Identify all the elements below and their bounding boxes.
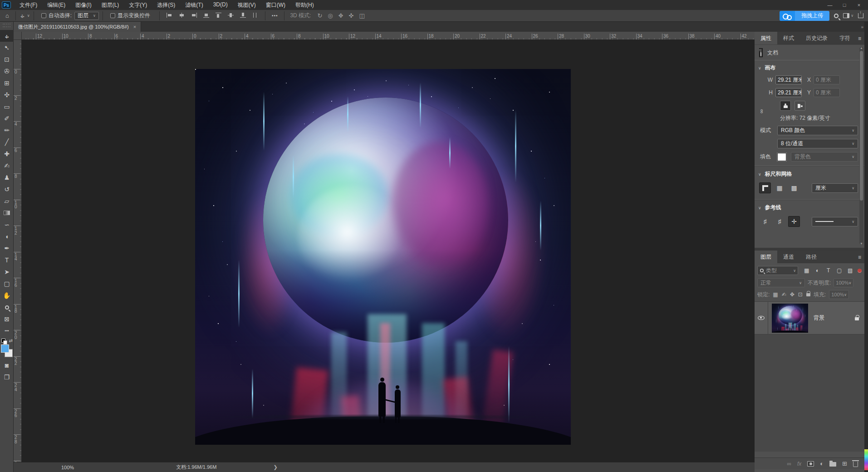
smudge-tool[interactable]: ∽ [0,219,14,231]
toggle-grid-button[interactable]: ▦ [774,182,785,193]
filter-pixel-layers-icon[interactable]: ▦ [802,266,811,275]
foreground-color-swatch[interactable] [1,344,9,353]
distribute-v-icon[interactable] [252,13,258,18]
portrait-orientation-button[interactable] [780,101,791,111]
menu-item-dd[interactable]: 3D(D) [208,0,233,10]
tab-路径[interactable]: 路径 [800,251,823,263]
align-bottom-icon[interactable] [240,13,246,18]
frame-tool[interactable]: ⊞ [0,77,14,89]
pasteboard[interactable] [22,40,755,462]
filter-shape-layers-icon[interactable]: ▢ [835,266,843,275]
tab-历史记录[interactable]: 历史记录 [800,32,834,44]
align-center-v-icon[interactable] [228,13,234,18]
status-options-chevron[interactable]: ❯ [273,464,277,470]
filter-type-layers-icon[interactable]: T [824,266,833,275]
menu-item-h[interactable]: 帮助(H) [290,0,319,10]
crop-tool[interactable]: ⊡ [0,54,14,65]
distribute-h-icon[interactable] [203,13,209,18]
add-mask-icon[interactable] [807,461,814,467]
align-left-icon[interactable] [167,13,172,18]
toggle-guides-button[interactable]: ♯ [759,216,771,227]
layer-name[interactable]: 背景 [814,314,824,322]
lock-all-icon[interactable] [806,291,810,298]
default-colors-icon[interactable] [1,339,5,343]
history-brush-tool[interactable]: ↺ [0,183,14,195]
toggle-transparency-button[interactable]: ▩ [788,182,800,193]
layer-filter-search[interactable]: 类型 ∨ [757,266,798,275]
panel-menu-icon[interactable]: ≡ [858,254,861,261]
menu-item-i[interactable]: 图像(I) [70,0,96,10]
close-button[interactable]: × [853,2,865,8]
quick-mask-button[interactable]: ◙ [0,359,14,371]
type-tool[interactable]: T [0,254,14,266]
clone-stamp-tool[interactable]: ♟ [0,172,14,183]
canvas-section-header[interactable]: ∨ 画布 [755,60,864,74]
delete-layer-icon[interactable] [853,460,858,467]
hand-tool[interactable]: ✋ [0,290,14,301]
layer-lock-icon[interactable] [855,314,859,322]
align-top-icon[interactable] [216,13,221,18]
3d-orbit-icon[interactable]: ↻ [317,12,322,19]
opacity-field[interactable]: 100%∨ [834,278,853,287]
tab-通道[interactable]: 通道 [777,251,800,263]
workspace-switcher[interactable]: ∨ [843,13,853,18]
panel-menu-icon[interactable]: ≡ [858,35,861,42]
smart-guides-button[interactable]: ✛ [788,216,800,227]
maximize-button[interactable]: □ [838,2,851,8]
lock-paint-icon[interactable]: ✍ [782,291,786,298]
new-group-icon[interactable] [829,461,836,467]
layer-thumbnail[interactable] [772,304,808,333]
document-tab[interactable]: 微信图片_20191106110503.jpg @ 100%(RGB/8#) × [14,22,141,32]
more-options-icon[interactable]: ••• [269,13,281,18]
layer-row-background[interactable]: 背景 [755,302,864,334]
eraser-tool[interactable]: ▱ [0,195,14,207]
dodge-tool[interactable]: ◖ [0,231,14,242]
height-field[interactable]: 29.21 厘米 [775,88,802,97]
3d-pan-icon[interactable]: ✥ [338,12,343,19]
toggle-rulers-button[interactable] [759,182,771,193]
move-tool[interactable] [0,30,14,42]
fill-field[interactable]: 100%∨ [829,290,849,299]
bit-depth-dropdown[interactable]: 8 位/通道∨ [777,139,858,148]
menu-item-e[interactable]: 编辑(E) [42,0,70,10]
layer-effects-icon[interactable]: fx [797,461,801,467]
guides-section-header[interactable]: ∨ 参考线 [755,200,864,214]
3d-slide-icon[interactable]: ✜ [349,12,354,19]
link-layers-icon[interactable]: ∞ [787,460,791,467]
netdisk-logo-icon[interactable] [780,11,795,21]
layer-visibility-toggle[interactable] [755,302,768,334]
document-size-info[interactable]: 文档:1.96M/1.96M [176,464,216,471]
canvas-image[interactable] [195,69,571,445]
3d-roll-icon[interactable]: ◎ [328,12,333,19]
lasso-tool[interactable]: ✇ [0,65,14,77]
magic-wand-tool[interactable]: ✣ [0,89,14,101]
mixer-brush-tool[interactable]: ✏ [0,124,14,136]
current-tool-icon[interactable]: ∨ [20,13,30,19]
swap-colors-icon[interactable]: ⇄ [9,338,13,343]
drag-upload-button[interactable]: 拖拽上传 [795,11,829,21]
brush-tool[interactable]: ✍ [0,160,14,172]
filter-toggle-switch[interactable] [858,269,862,273]
collapse-panels-icon[interactable]: » [861,25,863,30]
blend-mode-dropdown[interactable]: 正常∨ [757,278,805,287]
ruler-origin-corner[interactable] [14,32,22,40]
canvas-fill-swatch[interactable] [777,153,786,161]
align-center-h-icon[interactable] [179,13,185,18]
lock-artboard-icon[interactable]: ⊡ [798,291,803,298]
tab-字符[interactable]: 字符 [834,32,856,44]
path-select-tool[interactable]: ➤ [0,266,14,278]
menu-item-s[interactable]: 选择(S) [152,0,180,10]
curvature-pen-tool[interactable]: ➷ [0,42,14,54]
color-mode-dropdown[interactable]: RGB 颜色∨ [777,126,858,135]
filter-smart-objects-icon[interactable]: ▧ [846,266,854,275]
home-icon[interactable]: ⌂ [3,12,12,19]
menu-item-f[interactable]: 文件(F) [15,0,42,10]
close-tab-icon[interactable]: × [133,24,136,30]
filter-adjustment-layers-icon[interactable]: ◐ [813,266,822,275]
show-transform-checkbox[interactable] [110,13,115,18]
3d-camera-icon[interactable]: ◫ [359,12,365,19]
properties-scrollbar[interactable]: ▲▼ [859,47,863,244]
toolbar-grip[interactable] [3,24,10,27]
menu-item-t[interactable]: 滤镜(T) [180,0,208,10]
tab-图层[interactable]: 图层 [755,251,777,263]
